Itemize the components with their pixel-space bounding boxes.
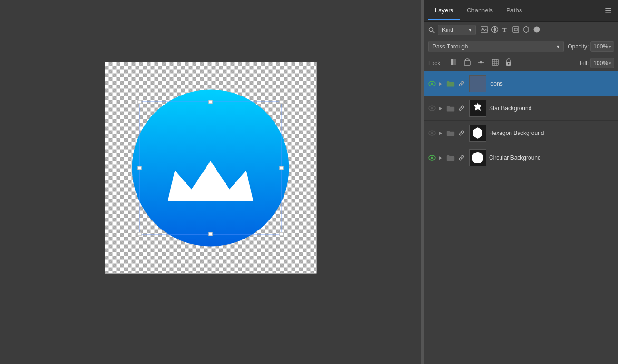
svg-rect-13 [451,62,453,65]
filter-adjustment-icon[interactable] [491,26,499,35]
layer-expand-hexagon[interactable]: ▶ [437,131,444,135]
svg-point-28 [431,107,433,109]
layer-thumb-icons [469,75,486,92]
kind-filter-label: Kind [442,27,453,33]
layer-thumb-circular [469,149,486,166]
svg-point-24 [508,63,509,65]
tab-paths[interactable]: Paths [500,1,529,20]
opacity-chevron: ▾ [609,44,611,49]
lock-row: Lock: [424,55,618,71]
layer-link-star [458,105,465,111]
panels-area: Layers Channels Paths ☰ Kind ▾ [424,0,618,364]
canvas-content [105,62,316,274]
blend-mode-label: Pass Through [432,43,468,50]
layer-link-icons [458,81,465,86]
layer-item-hexagon[interactable]: ▶ [424,121,618,145]
svg-rect-11 [453,62,456,65]
filter-image-icon[interactable] [481,26,488,35]
svg-text:T: T [502,26,507,33]
svg-rect-12 [453,59,456,62]
filter-shape-icon[interactable] [512,26,520,35]
layer-visibility-hexagon[interactable] [427,130,437,136]
opacity-row: Opacity: 100% ▾ [568,41,614,52]
tab-bar: Layers Channels Paths ☰ [424,0,618,22]
svg-rect-10 [451,59,453,62]
svg-rect-8 [514,28,517,31]
filter-smart-icon[interactable] [522,26,530,35]
layer-expand-icons[interactable]: ▶ [437,81,444,86]
lock-image-icon[interactable] [463,57,471,68]
filter-color-icon[interactable] [533,26,540,35]
tab-channels[interactable]: Channels [460,1,500,20]
layer-item-star[interactable]: ▶ [424,96,618,121]
blend-mode-select[interactable]: Pass Through ▾ [428,41,564,52]
svg-line-2 [433,31,435,33]
layer-thumb-hexagon [469,125,486,142]
panel-menu-button[interactable]: ☰ [602,4,614,17]
svg-rect-3 [481,27,488,32]
layer-folder-hexagon [446,130,455,136]
svg-point-37 [472,152,483,163]
filter-row: Kind ▾ [424,22,618,38]
opacity-value: 100% [593,43,608,50]
layer-visibility-icons[interactable] [427,81,437,86]
kind-filter-select[interactable]: Kind ▾ [438,25,476,35]
svg-point-17 [480,61,482,64]
svg-point-9 [534,26,540,32]
layer-item-circular[interactable]: ▶ [424,145,618,170]
lock-transparent-icon[interactable] [449,57,458,68]
layer-link-circular [458,155,465,161]
layer-visibility-star[interactable] [427,105,437,111]
layer-visibility-circular[interactable] [427,155,437,161]
search-icon [428,27,435,33]
svg-point-26 [431,82,433,85]
svg-rect-14 [464,61,470,65]
layer-folder-icons [446,80,455,87]
fill-row: Fill: 100% ▾ [580,58,614,68]
lock-position-icon[interactable] [476,57,486,68]
layers-panel: Layers Channels Paths ☰ Kind ▾ [424,0,618,364]
svg-rect-7 [513,27,519,32]
svg-rect-18 [492,59,498,65]
layer-name-circular: Circular Background [489,154,615,161]
tab-layers[interactable]: Layers [428,1,460,20]
lock-artboard-icon[interactable] [490,57,500,68]
layer-folder-star [446,105,455,112]
opacity-label: Opacity: [568,43,589,50]
filter-type-icon[interactable]: T [501,26,509,35]
layer-name-star: Star Background [489,105,615,112]
opacity-input-wrap[interactable]: 100% ▾ [590,41,614,52]
layer-expand-circular[interactable]: ▶ [437,155,444,160]
layer-name-hexagon: Hexagon Background [489,130,615,136]
layers-list: ▶ Icons [424,71,618,364]
lock-all-icon[interactable] [505,57,512,68]
kind-filter-chevron: ▾ [469,27,471,33]
canvas-area [0,0,421,364]
lock-label: Lock: [428,60,442,67]
layer-item-icons[interactable]: ▶ Icons [424,71,618,96]
filter-icons-group: T [481,26,540,35]
canvas-icon-svg [130,87,292,249]
canvas-checkerboard [105,62,316,274]
svg-point-35 [431,156,433,159]
fill-input-wrap[interactable]: 100% ▾ [590,58,614,68]
fill-value: 100% [593,60,608,67]
layer-link-hexagon [458,130,465,136]
layer-expand-star[interactable]: ▶ [437,106,444,111]
fill-label: Fill: [580,60,589,67]
blend-mode-chevron: ▾ [557,43,559,50]
blend-row: Pass Through ▾ Opacity: 100% ▾ [424,38,618,55]
svg-point-31 [431,132,433,134]
layer-folder-circular [446,154,455,161]
layer-name-icons: Icons [489,80,615,87]
fill-chevron: ▾ [609,61,611,66]
layer-thumb-star [469,100,486,117]
